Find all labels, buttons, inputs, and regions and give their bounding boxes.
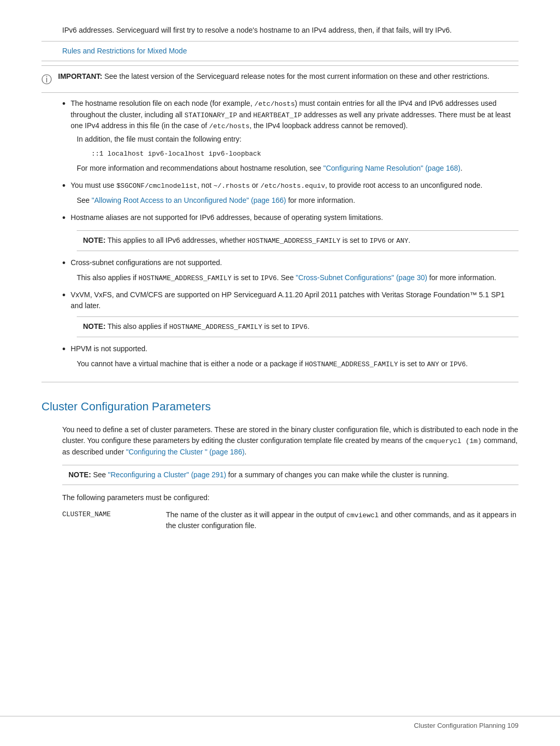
bullet-text-4: Cross-subnet configurations are not supp… — [71, 257, 222, 268]
list-item: • The hostname resolution file on each n… — [62, 98, 519, 174]
important-block: ⓘ IMPORTANT: See the latest version of t… — [41, 65, 519, 93]
note-box-2: NOTE: This also applies if HOSTNAME_ADDR… — [77, 316, 519, 337]
bullet-text-6: HPVM is not supported. — [71, 343, 147, 354]
param-table: CLUSTER_NAME The name of the cluster as … — [62, 508, 519, 535]
important-content: IMPORTANT: See the latest version of the… — [58, 71, 489, 82]
important-label: IMPORTANT: — [58, 72, 102, 80]
param-desc-cluster: The name of the cluster as it will appea… — [166, 508, 519, 535]
bullet-sub-6: You cannot have a virtual machine that i… — [77, 358, 519, 370]
bullet-dot: • — [62, 179, 65, 193]
important-text: See the latest version of the Servicegua… — [104, 72, 489, 80]
bullet-text-3: Hostname aliases are not supported for I… — [71, 212, 383, 223]
configuring-cluster-link[interactable]: "Configuring the Cluster " (page 186) — [126, 448, 245, 456]
footer-page-number: 109 — [507, 722, 519, 729]
param-name-cluster: CLUSTER_NAME — [62, 508, 166, 535]
divider-after-link — [41, 61, 519, 61]
table-row: CLUSTER_NAME The name of the cluster as … — [62, 508, 519, 535]
sub-text-1: For more information and recommendations… — [77, 163, 519, 174]
list-item: • VxVM, VxFS, and CVM/CFS are supported … — [62, 289, 519, 337]
footer-text: Cluster Configuration Planning 109 — [414, 721, 519, 731]
note-label-2: NOTE: — [83, 322, 106, 330]
reconfiguring-cluster-link[interactable]: "Reconfiguring a Cluster" (page 291) — [108, 471, 226, 479]
page: IPv6 addresses. Serviceguard will first … — [0, 0, 560, 746]
cross-subnet-link[interactable]: "Cross-Subnet Configurations" (page 30) — [296, 273, 427, 282]
footer-chapter: Cluster Configuration Planning — [414, 722, 507, 729]
bullet-text-1: The hostname resolution file on each nod… — [71, 98, 519, 132]
cluster-body-text: You need to define a set of cluster para… — [62, 424, 519, 458]
divider-top — [41, 41, 519, 42]
bullet-dot: • — [62, 288, 65, 302]
cluster-note-label: NOTE: — [68, 471, 91, 479]
bullet-dot: • — [62, 256, 65, 270]
name-resolution-link[interactable]: "Configuring Name Resolution" (page 168) — [323, 164, 460, 172]
bullet-sub-2: See "Allowing Root Access to an Unconfig… — [77, 195, 519, 206]
rules-restrictions-link[interactable]: Rules and Restrictions for Mixed Mode — [62, 46, 519, 57]
bullet-sub-5: NOTE: This also applies if HOSTNAME_ADDR… — [77, 316, 519, 337]
cluster-section-body: You need to define a set of cluster para… — [62, 424, 519, 534]
bullet-text-2: You must use $SGCONF/cmclnodelist, not ~… — [71, 180, 482, 191]
divider-before-cluster — [41, 382, 519, 382]
bullet-sub-3: NOTE: This applies to all IPv6 addresses… — [77, 230, 519, 251]
intro-paragraph: IPv6 addresses. Serviceguard will first … — [62, 26, 452, 34]
list-item: • Cross-subnet configurations are not su… — [62, 257, 519, 284]
note-label-1: NOTE: — [83, 236, 106, 244]
list-item: • HPVM is not supported. You cannot have… — [62, 343, 519, 370]
note-text-1: This applies to all IPv6 addresses, whet… — [107, 236, 410, 244]
bullet-dot: • — [62, 97, 65, 111]
intro-text: IPv6 addresses. Serviceguard will first … — [62, 25, 519, 36]
code-block-1: ::1 localhost ipv6-localhost ipv6-loopba… — [91, 149, 519, 159]
following-text: The following parameters must be configu… — [62, 492, 519, 503]
important-icon: ⓘ — [41, 72, 52, 87]
list-item: • Hostname aliases are not supported for… — [62, 212, 519, 251]
bullet-sub-4: This also applies if HOSTNAME_ADDRESS_FA… — [77, 272, 519, 284]
bullet-dot: • — [62, 342, 65, 356]
root-access-link[interactable]: "Allowing Root Access to an Unconfigured… — [92, 196, 286, 204]
bullet-dot: • — [62, 211, 65, 225]
bullet-section: • The hostname resolution file on each n… — [62, 98, 519, 369]
footer: Cluster Configuration Planning 109 — [0, 716, 560, 731]
bullet-sub-1: In addition, the file must contain the f… — [77, 134, 519, 174]
note-text-2: This also applies if HOSTNAME_ADDRESS_FA… — [107, 322, 310, 330]
cluster-note-text: See "Reconfiguring a Cluster" (page 291)… — [93, 471, 449, 479]
bullet-text-5: VxVM, VxFS, and CVM/CFS are supported on… — [71, 289, 519, 311]
list-item: • You must use $SGCONF/cmclnodelist, not… — [62, 180, 519, 206]
cluster-config-heading: Cluster Configuration Parameters — [41, 398, 519, 417]
cluster-note-box: NOTE: See "Reconfiguring a Cluster" (pag… — [62, 465, 519, 485]
note-box-1: NOTE: This applies to all IPv6 addresses… — [77, 230, 519, 251]
